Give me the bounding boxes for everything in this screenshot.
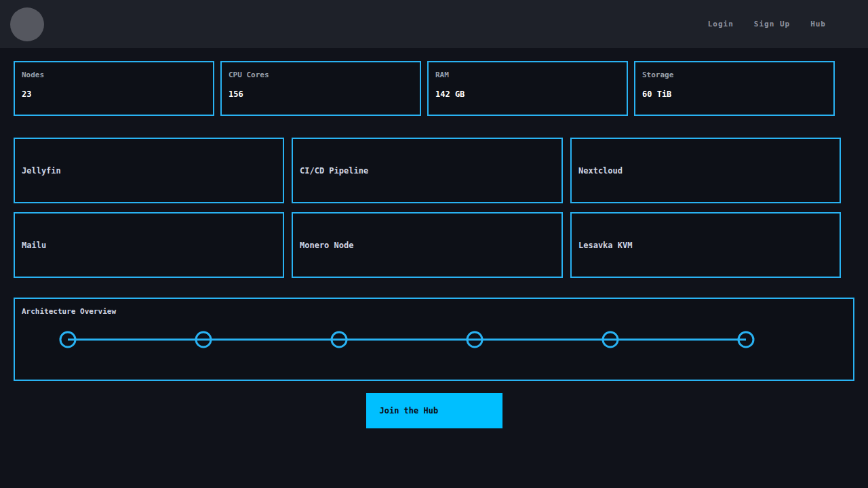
- service-card-lesavka-kvm[interactable]: Lesavka KVM: [570, 212, 841, 278]
- navbar: Login Sign Up Hub: [0, 0, 868, 48]
- stat-value: 156: [229, 89, 413, 99]
- signup-link[interactable]: Sign Up: [754, 20, 790, 28]
- service-title: CI/CD Pipeline: [300, 166, 368, 176]
- service-card-mailu[interactable]: Mailu: [14, 212, 284, 278]
- architecture-diagram: [15, 299, 853, 380]
- cta-row: Join the Hub: [0, 393, 868, 428]
- main-content: Nodes 23 CPU Cores 156 RAM 142 GB Storag…: [0, 61, 868, 428]
- stat-label: CPU Cores: [229, 70, 413, 79]
- service-card-nextcloud[interactable]: Nextcloud: [570, 138, 841, 203]
- stat-label: RAM: [435, 70, 620, 79]
- login-link[interactable]: Login: [708, 20, 734, 28]
- service-title: Nextcloud: [578, 166, 623, 176]
- stat-card-cpu-cores: CPU Cores 156: [220, 61, 421, 116]
- stat-value: 60 TiB: [642, 89, 827, 99]
- stat-card-nodes: Nodes 23: [14, 61, 214, 116]
- nav-links: Login Sign Up Hub: [708, 20, 826, 28]
- service-card-monero-node[interactable]: Monero Node: [292, 212, 563, 278]
- stat-card-ram: RAM 142 GB: [427, 61, 628, 116]
- service-title: Monero Node: [300, 241, 353, 250]
- hub-link[interactable]: Hub: [810, 20, 826, 28]
- service-title: Lesavka KVM: [578, 241, 632, 250]
- services-grid: Jellyfin CI/CD Pipeline Nextcloud Mailu …: [14, 138, 841, 278]
- service-title: Mailu: [22, 241, 46, 250]
- stat-card-storage: Storage 60 TiB: [634, 61, 835, 116]
- service-card-jellyfin[interactable]: Jellyfin: [14, 138, 284, 203]
- stats-row: Nodes 23 CPU Cores 156 RAM 142 GB Storag…: [14, 61, 835, 116]
- join-hub-button[interactable]: Join the Hub: [366, 393, 502, 428]
- architecture-overview-card: Architecture Overview: [14, 298, 854, 381]
- stat-label: Storage: [642, 70, 827, 79]
- service-card-cicd-pipeline[interactable]: CI/CD Pipeline: [292, 138, 563, 203]
- avatar[interactable]: [10, 7, 44, 41]
- stat-label: Nodes: [22, 70, 206, 79]
- stat-value: 23: [22, 89, 206, 99]
- stat-value: 142 GB: [435, 89, 620, 99]
- service-title: Jellyfin: [22, 166, 61, 176]
